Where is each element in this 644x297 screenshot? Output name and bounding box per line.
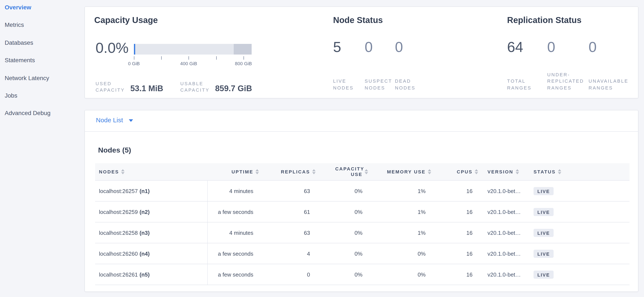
- capacity-use-cell: 0%: [316, 202, 368, 222]
- replicas-cell: 63: [259, 181, 316, 201]
- node-list-dropdown[interactable]: Node List: [96, 116, 133, 124]
- sidebar-item-overview[interactable]: Overview: [0, 1, 84, 19]
- stat-under--replicated-ranges: 0UNDER-REPLICATEDRANGES: [547, 38, 584, 91]
- sidebar-item-advanced-debug[interactable]: Advanced Debug: [0, 107, 84, 125]
- node-address[interactable]: localhost:26260: [99, 250, 138, 257]
- stat-value: 5: [333, 38, 341, 55]
- stat-label: DEADNODES: [395, 78, 416, 91]
- axis-tick: [189, 56, 189, 60]
- node-address[interactable]: localhost:26258: [99, 230, 138, 236]
- column-header-replicas[interactable]: REPLICAS: [259, 163, 316, 180]
- table-row[interactable]: localhost:26258(n3) 4 minutes 63 0% 1% 1…: [95, 222, 630, 243]
- sort-icon: [475, 169, 478, 174]
- nodes-table-header: NODES UPTIME REPLICAS CAPACITY USE MEMOR…: [95, 163, 630, 181]
- column-header-capacity-use[interactable]: CAPACITY USE: [316, 163, 368, 180]
- status-badge: LIVE: [534, 187, 554, 195]
- cpus-cell: 16: [431, 264, 478, 285]
- table-row[interactable]: localhost:26260(n4) a few seconds 4 0% 0…: [95, 243, 630, 264]
- capacity-use-cell: 0%: [316, 222, 368, 243]
- table-row[interactable]: localhost:26261(n5) a few seconds 0 0% 0…: [95, 264, 630, 285]
- column-header-memory-use[interactable]: MEMORY USE: [368, 163, 431, 180]
- stat-unavailable-ranges: 0UNAVAILABLERANGES: [588, 38, 628, 91]
- stat-label: SUSPECTNODES: [365, 78, 392, 91]
- sort-icon: [558, 169, 561, 174]
- memory-use-cell: 1%: [368, 181, 431, 201]
- version-cell: v20.1.0-bet…: [478, 181, 534, 201]
- column-header-version[interactable]: VERSION: [478, 163, 534, 180]
- node-id: (n1): [140, 188, 150, 194]
- stat-total-ranges: 64TOTALRANGES: [507, 38, 532, 91]
- stat-value: 64: [507, 38, 523, 55]
- node-list-card: Node List Nodes (5) NODES UPTIME REPLICA…: [84, 110, 638, 292]
- version-cell: v20.1.0-bet…: [478, 202, 534, 222]
- node-id: (n5): [140, 271, 150, 278]
- column-header-status[interactable]: STATUS: [534, 163, 630, 180]
- axis-tick: [134, 56, 134, 60]
- status-badge: LIVE: [534, 270, 554, 279]
- sort-icon: [256, 169, 259, 174]
- usable-capacity-label: USABLECAPACITY: [180, 80, 210, 93]
- node-id: (n4): [140, 250, 150, 257]
- column-header-uptime[interactable]: UPTIME: [208, 163, 259, 180]
- sidebar-item-network-latency[interactable]: Network Latency: [0, 72, 84, 89]
- axis-tick: [216, 56, 216, 60]
- capacity-usage-title: Capacity Usage: [94, 15, 158, 25]
- stat-label: UNAVAILABLERANGES: [588, 78, 628, 91]
- cpus-cell: 16: [431, 181, 478, 201]
- sort-icon: [516, 169, 519, 174]
- uptime-cell: 4 minutes: [208, 222, 259, 243]
- cpus-cell: 16: [431, 222, 478, 243]
- version-cell: v20.1.0-bet…: [478, 222, 534, 243]
- replicas-cell: 0: [259, 264, 316, 285]
- sidebar-item-databases[interactable]: Databases: [0, 37, 84, 54]
- capacity-bar-chart: 0 GiB400 GiB800 GiB: [134, 44, 252, 71]
- sidebar-item-statements[interactable]: Statements: [0, 54, 84, 72]
- axis-tick-label: 800 GiB: [235, 61, 252, 66]
- stat-value: 0: [365, 38, 373, 55]
- stat-live-nodes: 5LIVENODES: [333, 38, 354, 91]
- uptime-cell: 4 minutes: [208, 181, 259, 201]
- status-badge: LIVE: [534, 208, 554, 216]
- capacity-use-cell: 0%: [316, 181, 368, 201]
- sidebar-item-metrics[interactable]: Metrics: [0, 19, 84, 37]
- sort-icon: [428, 169, 431, 174]
- node-address[interactable]: localhost:26259: [99, 209, 138, 215]
- sort-icon: [365, 169, 368, 174]
- table-row[interactable]: localhost:26257(n1) 4 minutes 63 0% 1% 1…: [95, 181, 630, 202]
- memory-use-cell: 0%: [368, 264, 431, 285]
- stat-value: 0: [588, 38, 597, 55]
- sidebar-item-jobs[interactable]: Jobs: [0, 89, 84, 107]
- usable-capacity-value: 859.7 GiB: [215, 84, 252, 93]
- memory-use-cell: 0%: [368, 243, 431, 264]
- node-id: (n3): [140, 230, 150, 236]
- capacity-used-percent: 0.0%: [96, 39, 128, 56]
- sidebar: OverviewMetricsDatabasesStatementsNetwor…: [0, 0, 84, 297]
- node-id: (n2): [140, 209, 150, 215]
- used-capacity-label: USEDCAPACITY: [96, 80, 125, 93]
- capacity-use-cell: 0%: [316, 243, 368, 264]
- node-status-title: Node Status: [333, 15, 383, 25]
- uptime-cell: a few seconds: [208, 202, 259, 222]
- column-header-cpus[interactable]: CPUS: [431, 163, 478, 180]
- capacity-bar-used-segment: [134, 44, 135, 54]
- version-cell: v20.1.0-bet…: [478, 264, 534, 285]
- stat-dead-nodes: 0DEADNODES: [395, 38, 416, 91]
- stat-value: 0: [547, 38, 555, 55]
- nodes-count-heading: Nodes (5): [98, 146, 131, 155]
- stat-label: TOTALRANGES: [507, 78, 532, 91]
- capacity-stats: USEDCAPACITY 53.1 MiB USABLECAPACITY 859…: [96, 80, 252, 93]
- page: OverviewMetricsDatabasesStatementsNetwor…: [0, 0, 644, 297]
- node-address[interactable]: localhost:26257: [99, 188, 138, 194]
- capacity-use-cell: 0%: [316, 264, 368, 285]
- column-header-nodes[interactable]: NODES: [95, 163, 208, 180]
- node-address[interactable]: localhost:26261: [99, 271, 138, 278]
- stat-label: LIVENODES: [333, 78, 354, 91]
- replication-status-title: Replication Status: [507, 15, 582, 25]
- sort-icon: [121, 169, 124, 174]
- memory-use-cell: 1%: [368, 202, 431, 222]
- table-row[interactable]: localhost:26259(n2) a few seconds 61 0% …: [95, 202, 630, 222]
- nodes-table-body: localhost:26257(n1) 4 minutes 63 0% 1% 1…: [95, 181, 630, 285]
- cpus-cell: 16: [431, 243, 478, 264]
- used-capacity-value: 53.1 MiB: [130, 84, 163, 93]
- node-list-dropdown-label: Node List: [96, 116, 123, 124]
